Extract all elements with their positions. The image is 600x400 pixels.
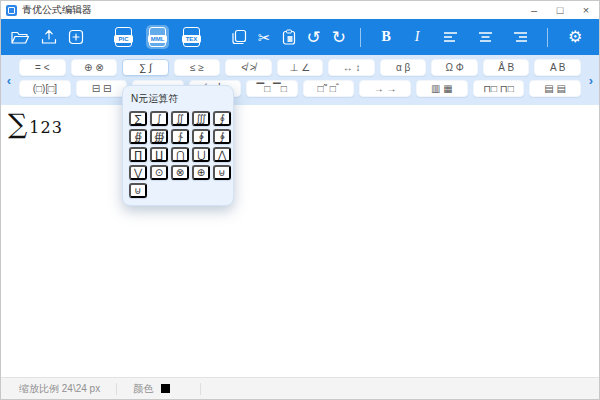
- brace-templates-button[interactable]: ⊓□ ⊓□: [473, 80, 525, 97]
- title-bar: 青优公式编辑器 – □ ×: [1, 1, 599, 19]
- color-swatch[interactable]: [161, 384, 170, 393]
- zoom-ratio-label: 缩放比例 24\24 px: [19, 382, 100, 396]
- formula-number: 123: [29, 118, 63, 137]
- symbol-multiset-union-button[interactable]: ⊎: [213, 165, 231, 180]
- align-center-button[interactable]: [474, 26, 496, 48]
- open-file-button[interactable]: [11, 26, 30, 48]
- nary-operators-button[interactable]: ∑ ∫: [122, 59, 169, 76]
- align-right-icon: [513, 31, 528, 43]
- symbol-palette: ‹ › = < ⊕ ⊗ ∑ ∫ ≤ ≥ ≮ ≯ ⊥ ∠ ↔ ↕ α β Ω Φ …: [1, 55, 599, 105]
- symbol-intersection-button[interactable]: ⋂: [171, 147, 189, 162]
- symbol-surface-integral-button[interactable]: ∯: [129, 129, 147, 144]
- geometry-symbols-button[interactable]: ⊥ ∠: [277, 59, 324, 76]
- window-title: 青优公式编辑器: [22, 3, 92, 17]
- folder-open-icon: [11, 30, 30, 45]
- symbol-clockwise-contour-button[interactable]: ∲: [192, 129, 210, 144]
- italic-button[interactable]: I: [408, 29, 426, 45]
- arrows-button[interactable]: ↔ ↕: [328, 59, 375, 76]
- copy-button[interactable]: [231, 26, 247, 48]
- symbol-circled-plus-button[interactable]: ⊕: [192, 165, 210, 180]
- align-left-button[interactable]: [439, 26, 461, 48]
- toolbar-right-group: B I ⚙ LaTeX: [357, 26, 600, 48]
- gear-icon: ⚙: [568, 29, 582, 45]
- export-mml-button[interactable]: MML: [146, 25, 169, 49]
- redo-button[interactable]: ↻: [332, 26, 346, 48]
- main-toolbar: PIC MML TEX ✂ ↺ ↻ B I: [1, 19, 599, 55]
- symbol-triple-integral-button[interactable]: ∭: [192, 111, 210, 126]
- symbol-circled-times-button[interactable]: ⊗: [171, 165, 189, 180]
- symbol-volume-integral-button[interactable]: ∰: [150, 129, 168, 144]
- undo-icon: ↺: [307, 29, 321, 46]
- nary-operators-panel: N元运算符 ∑ ∫ ∬ ∭ ∮ ∯ ∰ ∱ ∲ ∳ ∏ ∐ ⋂ ⋃ ⋀ ⋁ ⊙ …: [122, 85, 234, 206]
- panel-title: N元运算符: [131, 92, 227, 106]
- circled-operators-button[interactable]: ⊕ ⊗: [71, 59, 118, 76]
- sum-symbol: ∑: [8, 108, 27, 139]
- inequality-relations-button[interactable]: ≤ ≥: [174, 59, 221, 76]
- formula-content: ∑ 123: [8, 108, 63, 139]
- symbol-logical-or-button[interactable]: ⋁: [129, 165, 147, 180]
- upload-icon: [41, 29, 57, 45]
- greek-lowercase-button[interactable]: α β: [380, 59, 427, 76]
- undo-button[interactable]: ↺: [307, 26, 321, 48]
- statusbar-separator: [200, 383, 201, 395]
- symbol-grid: ∑ ∫ ∬ ∭ ∮ ∯ ∰ ∱ ∲ ∳ ∏ ∐ ⋂ ⋃ ⋀ ⋁ ⊙ ⊗ ⊕ ⊎ …: [129, 111, 227, 198]
- bold-button[interactable]: B: [377, 29, 395, 45]
- palette-next-button[interactable]: ›: [585, 73, 597, 88]
- symbol-integral-button[interactable]: ∫: [150, 111, 168, 126]
- symbol-logical-and-button[interactable]: ⋀: [213, 147, 231, 162]
- accent-templates-button[interactable]: □˜ □ˆ: [303, 80, 355, 97]
- app-icon: [6, 5, 17, 16]
- app-window: 青优公式编辑器 – □ × PIC MML TEX ✂: [0, 0, 600, 400]
- export-pic-button[interactable]: PIC: [112, 25, 135, 49]
- toolbar-separator: [360, 28, 361, 47]
- minimize-button[interactable]: –: [521, 1, 547, 19]
- new-file-icon: [68, 29, 84, 45]
- fraction-templates-button[interactable]: ⊟ ⊟: [76, 80, 128, 97]
- symbol-sum-button[interactable]: ∑: [129, 111, 147, 126]
- negated-relations-button[interactable]: ≮ ≯: [225, 59, 272, 76]
- export-tex-button[interactable]: TEX: [180, 25, 203, 49]
- greek-uppercase-button[interactable]: Ω Φ: [431, 59, 478, 76]
- symbol-contour-integral-button[interactable]: ∮: [213, 111, 231, 126]
- symbol-anticlockwise-contour-button[interactable]: ∳: [213, 129, 231, 144]
- bracket-templates-button[interactable]: (□)[□]: [19, 80, 71, 97]
- accented-letters-button[interactable]: Å B: [483, 59, 530, 76]
- symbol-union-dot-button[interactable]: ⊍: [129, 183, 147, 198]
- new-file-button[interactable]: [68, 26, 84, 48]
- maximize-button[interactable]: □: [547, 1, 573, 19]
- palette-row-1: = < ⊕ ⊗ ∑ ∫ ≤ ≥ ≮ ≯ ⊥ ∠ ↔ ↕ α β Ω Φ Å B …: [19, 59, 581, 76]
- window-controls: – □ ×: [521, 1, 599, 19]
- settings-button[interactable]: ⚙: [564, 26, 586, 48]
- labeled-arrow-templates-button[interactable]: → →: [359, 80, 411, 97]
- color-label: 颜色: [133, 382, 153, 396]
- symbol-circled-dot-button[interactable]: ⊙: [150, 165, 168, 180]
- statusbar-separator: [116, 383, 117, 395]
- align-left-icon: [443, 31, 458, 43]
- align-center-icon: [478, 31, 493, 43]
- scissors-icon: ✂: [258, 30, 271, 45]
- symbol-clockwise-integral-button[interactable]: ∱: [171, 129, 189, 144]
- equals-relations-button[interactable]: = <: [19, 59, 66, 76]
- symbol-double-integral-button[interactable]: ∬: [171, 111, 189, 126]
- formula-canvas[interactable]: ∑ 123: [1, 105, 599, 377]
- close-button[interactable]: ×: [573, 1, 599, 19]
- cases-templates-button[interactable]: ▤ ▤: [529, 80, 581, 97]
- copy-icon: [231, 29, 247, 45]
- save-export-button[interactable]: [41, 26, 57, 48]
- palette-row-2: (□)[□] ⊟ ⊟ ⌠□ ⎮□ ▔□ ▔□ □˜ □ˆ → → ▥ ▦ ⊓□ …: [19, 80, 581, 97]
- paste-button[interactable]: [282, 26, 296, 48]
- status-bar: 缩放比例 24\24 px 颜色: [1, 377, 599, 399]
- symbol-product-button[interactable]: ∏: [129, 147, 147, 162]
- palette-prev-button[interactable]: ‹: [3, 73, 15, 88]
- cut-button[interactable]: ✂: [258, 26, 271, 48]
- toolbar-separator: [547, 28, 548, 47]
- matrix-templates-button[interactable]: ▥ ▦: [416, 80, 468, 97]
- symbol-union-button[interactable]: ⋃: [192, 147, 210, 162]
- letter-styles-button[interactable]: A B: [534, 59, 581, 76]
- symbol-coproduct-button[interactable]: ∐: [150, 147, 168, 162]
- align-right-button[interactable]: [509, 26, 531, 48]
- overbar-templates-button[interactable]: ▔□ ▔□: [246, 80, 298, 97]
- clipboard-icon: [282, 29, 296, 45]
- pic-file-icon: PIC: [115, 27, 132, 47]
- mml-file-icon: MML: [149, 27, 166, 47]
